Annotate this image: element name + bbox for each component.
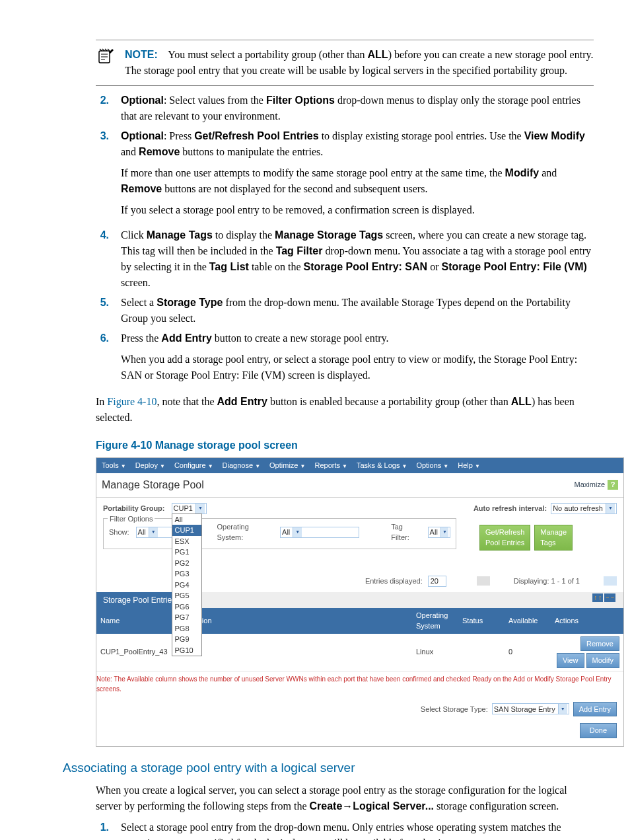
chevron-down-icon: ▼ — [195, 504, 205, 514]
cell-name: CUP1_PoolEntry_43 — [96, 634, 172, 671]
portability-select[interactable]: CUP1▼ — [172, 503, 207, 514]
step-4: Click Manage Tags to display the Manage … — [121, 227, 594, 291]
step-6: Press the Add Entry button to create a n… — [121, 330, 594, 389]
done-button[interactable]: Done — [580, 723, 617, 738]
tag-select[interactable]: All▼ — [428, 527, 450, 538]
menu-help[interactable]: Help ▼ — [458, 460, 480, 471]
cell-desc — [172, 634, 412, 671]
col-status[interactable]: Status — [458, 608, 505, 634]
section-step-1: Select a storage pool entry from the dro… — [121, 820, 594, 840]
portability-dropdown[interactable]: All CUP1 ESX PG1 PG2 PG3 PG4 PG5 PG6 PG7… — [172, 514, 202, 657]
screenshot-figure: Tools ▼ Deploy ▼ Configure ▼ Diagnose ▼ … — [96, 457, 624, 747]
menu-deploy[interactable]: Deploy ▼ — [135, 460, 165, 471]
figure-caption: Figure 4-10 Manage storage pool screen — [96, 438, 594, 453]
help-icon[interactable]: ? — [608, 480, 618, 490]
os-label: Operating System: — [217, 521, 274, 543]
chevron-down-icon: ▼ — [558, 704, 567, 714]
col-available[interactable]: Available — [505, 608, 551, 634]
step-3: Optional: Press Get/Refresh Pool Entries… — [121, 128, 594, 223]
section-step-num-1: 1. — [96, 820, 109, 840]
step-num-4: 4. — [96, 227, 109, 291]
col-description[interactable]: Description — [172, 608, 412, 634]
pager-next[interactable] — [604, 576, 617, 586]
cell-os: Linux — [412, 634, 458, 671]
cell-actions: Remove View Modify — [551, 634, 623, 671]
step-num-6: 6. — [96, 330, 109, 389]
menubar: Tools ▼ Deploy ▼ Configure ▼ Diagnose ▼ … — [96, 458, 623, 473]
remove-button[interactable]: Remove — [580, 636, 619, 652]
chevron-down-icon: ▼ — [606, 504, 615, 514]
tag-label: Tag Filter: — [391, 521, 421, 543]
cell-available: 0 — [505, 634, 551, 671]
note-block: NOTE: You must select a portability grou… — [96, 40, 594, 86]
storage-type-label: Select Storage Type: — [421, 704, 488, 715]
step-5: Select a Storage Type from the drop-down… — [121, 295, 594, 326]
note-icon — [96, 47, 116, 79]
modify-button[interactable]: Modify — [586, 653, 619, 668]
table-note: Note: The Available column shows the num… — [96, 671, 623, 695]
expand-icon[interactable]: ↕ ↕ — [592, 593, 603, 603]
page-title: Manage Storage Pool — [102, 477, 204, 493]
get-refresh-button[interactable]: Get/Refresh Pool Entries — [479, 525, 530, 551]
storage-type-select[interactable]: SAN Storage Entry▼ — [492, 703, 569, 714]
col-os[interactable]: Operating System — [412, 608, 458, 634]
section-para: When you create a logical server, you ca… — [96, 783, 594, 814]
filter-legend: Filter Options — [108, 514, 155, 525]
tab-storage-pool-entries[interactable]: Storage Pool Entries — [96, 592, 182, 608]
collapse-icon[interactable]: − − — [604, 593, 615, 603]
portability-label: Portability Group: — [103, 503, 165, 514]
step-num-2: 2. — [96, 93, 109, 124]
note-label: NOTE: — [125, 49, 158, 60]
menu-optimize[interactable]: Optimize ▼ — [269, 460, 305, 471]
menu-tasks-logs[interactable]: Tasks & Logs ▼ — [357, 460, 407, 471]
show-select[interactable]: All▼ — [136, 527, 173, 538]
note-text: NOTE: You must select a portability grou… — [125, 47, 594, 79]
pager-prev[interactable] — [477, 576, 490, 586]
menu-diagnose[interactable]: Diagnose ▼ — [223, 460, 260, 471]
entries-label: Entries displayed: — [365, 576, 423, 587]
col-actions[interactable]: Actions — [551, 608, 623, 634]
menu-configure[interactable]: Configure ▼ — [174, 460, 213, 471]
maximize-link[interactable]: Maximize — [575, 479, 605, 490]
section-heading: Associating a storage pool entry with a … — [63, 759, 594, 778]
filter-fieldset: Filter Options Show: All▼ Operating Syst… — [103, 518, 456, 549]
chevron-down-icon: ▼ — [293, 527, 302, 537]
show-label: Show: — [109, 527, 129, 538]
add-entry-button[interactable]: Add Entry — [573, 702, 617, 717]
os-select[interactable]: All▼ — [280, 527, 359, 538]
chevron-down-icon: ▼ — [149, 527, 158, 537]
entries-input[interactable]: 20 — [428, 576, 446, 587]
menu-options[interactable]: Options ▼ — [416, 460, 448, 471]
pre-figure-para: In Figure 4-10, note that the Add Entry … — [96, 394, 594, 426]
chevron-down-icon: ▼ — [440, 527, 448, 537]
auto-refresh-select[interactable]: No auto refresh▼ — [551, 503, 617, 514]
displaying-label: Displaying: 1 - 1 of 1 — [514, 576, 580, 587]
auto-refresh-label: Auto refresh interval: — [473, 503, 547, 514]
figure-link[interactable]: Figure 4-10 — [107, 396, 157, 407]
menu-tools[interactable]: Tools ▼ — [102, 460, 126, 471]
col-name[interactable]: Name — [96, 608, 172, 634]
view-button[interactable]: View — [557, 653, 584, 668]
menu-reports[interactable]: Reports ▼ — [314, 460, 347, 471]
step-num-5: 5. — [96, 295, 109, 326]
manage-tags-button[interactable]: Manage Tags — [534, 525, 573, 551]
cell-status — [458, 634, 505, 671]
step-num-3: 3. — [96, 128, 109, 223]
step-2: Optional: Select values from the Filter … — [121, 93, 594, 124]
